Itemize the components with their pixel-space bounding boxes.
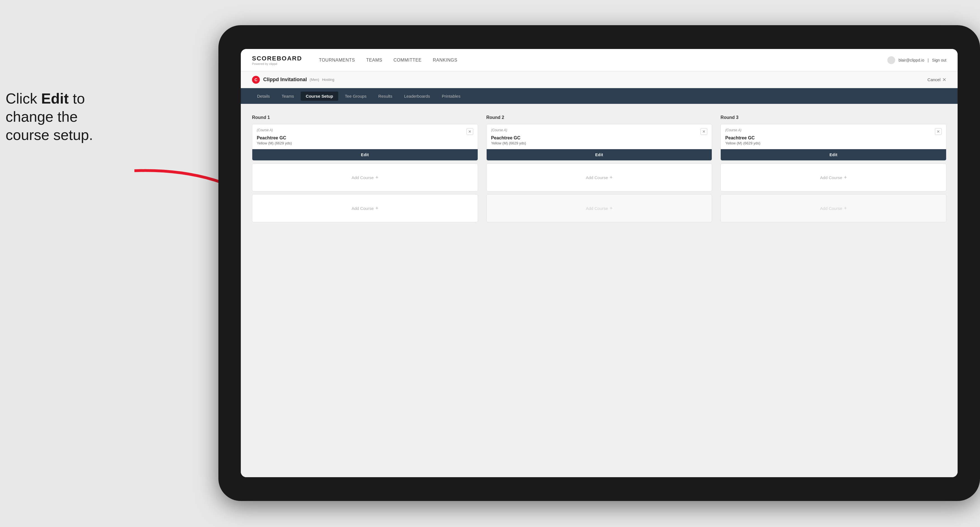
add-course-text-r2-1: Add Course +	[586, 175, 612, 181]
round-3-course-card: (Course A) ✕ Peachtree GC Yellow (M) (66…	[721, 124, 947, 160]
nav-rankings[interactable]: RANKINGS	[433, 57, 458, 64]
tournament-badge: (Men)	[310, 78, 319, 82]
tab-printables[interactable]: Printables	[437, 92, 466, 101]
round-2-column: Round 2 (Course A) ✕ Peachtree GC Yellow…	[486, 115, 712, 225]
logo-area: SCOREBOARD Powered by clippd	[252, 55, 302, 65]
cancel-x-icon: ✕	[942, 77, 947, 83]
plus-icon-r3-2: +	[844, 205, 847, 211]
course-a-label: (Course A)	[257, 128, 273, 132]
tab-results[interactable]: Results	[373, 92, 397, 101]
round-2-course-card: (Course A) ✕ Peachtree GC Yellow (M) (66…	[486, 124, 712, 160]
instruction-bold: Edit	[41, 90, 68, 106]
course-name-r3: Peachtree GC	[725, 135, 942, 141]
plus-icon-2: +	[375, 205, 379, 211]
rounds-grid: Round 1 (Course A) ✕ Peachtree GC Yellow…	[252, 115, 947, 225]
tab-course-setup[interactable]: Course Setup	[301, 92, 338, 101]
tablet-screen: SCOREBOARD Powered by clippd TOURNAMENTS…	[241, 49, 958, 477]
plus-icon-r2-2: +	[609, 205, 612, 211]
course-card-header: (Course A) ✕	[257, 128, 473, 135]
course-details-r3: Yellow (M) (6629 yds)	[725, 141, 942, 145]
course-name: Peachtree GC	[257, 135, 473, 141]
round-2-label: Round 2	[486, 115, 712, 120]
add-course-text-r3-2: Add Course +	[820, 205, 847, 211]
course-name-r2: Peachtree GC	[491, 135, 708, 141]
round-3-column: Round 3 (Course A) ✕ Peachtree GC Yellow…	[721, 115, 947, 225]
tab-leaderboards[interactable]: Leaderboards	[399, 92, 435, 101]
add-course-card-r1-1[interactable]: Add Course +	[252, 163, 478, 191]
course-card-header-r2: (Course A) ✕	[491, 128, 708, 135]
nav-committee[interactable]: COMMITTEE	[393, 57, 422, 64]
add-course-card-r2-2: Add Course +	[486, 194, 712, 222]
instruction-text: Click Edit to change the course setup.	[6, 90, 123, 144]
add-course-card-r1-2[interactable]: Add Course +	[252, 194, 478, 222]
scoreboard-logo: SCOREBOARD	[252, 55, 302, 62]
round-1-column: Round 1 (Course A) ✕ Peachtree GC Yellow…	[252, 115, 478, 225]
plus-icon-r3-1: +	[844, 175, 847, 181]
round-1-label: Round 1	[252, 115, 478, 120]
course-delete-button-r2[interactable]: ✕	[700, 128, 707, 135]
user-email: blair@clippd.io	[899, 58, 924, 62]
course-delete-button[interactable]: ✕	[466, 128, 473, 135]
tablet-frame: SCOREBOARD Powered by clippd TOURNAMENTS…	[218, 25, 980, 501]
plus-icon: +	[375, 175, 379, 181]
instruction-line1: Click	[6, 90, 41, 106]
add-course-card-r3-2: Add Course +	[721, 194, 947, 222]
add-course-text-r3-1: Add Course +	[820, 175, 847, 181]
powered-by: Powered by clippd	[252, 62, 302, 65]
top-navbar: SCOREBOARD Powered by clippd TOURNAMENTS…	[241, 49, 958, 71]
add-course-text-r2-2: Add Course +	[586, 205, 612, 211]
sub-header: C Clippd Invitational (Men) Hosting Canc…	[241, 71, 958, 88]
hosting-label: Hosting	[322, 78, 334, 82]
edit-course-button-r2[interactable]: Edit	[487, 149, 712, 160]
course-details-r2: Yellow (M) (6629 yds)	[491, 141, 708, 145]
course-a-label-r2: (Course A)	[491, 128, 508, 132]
avatar	[887, 56, 895, 64]
add-course-text-2: Add Course +	[352, 205, 378, 211]
edit-course-button-r1[interactable]: Edit	[252, 149, 478, 160]
edit-course-button-r3[interactable]: Edit	[721, 149, 946, 160]
sign-out-link[interactable]: Sign out	[932, 58, 947, 62]
add-course-text: Add Course +	[352, 175, 378, 181]
tab-details[interactable]: Details	[252, 92, 275, 101]
tab-bar: Details Teams Course Setup Tee Groups Re…	[241, 88, 958, 104]
tab-teams[interactable]: Teams	[277, 92, 299, 101]
course-card-header-r3: (Course A) ✕	[725, 128, 942, 135]
nav-teams[interactable]: TEAMS	[366, 57, 382, 64]
add-course-card-r3-1[interactable]: Add Course +	[721, 163, 947, 191]
tab-tee-groups[interactable]: Tee Groups	[340, 92, 372, 101]
course-a-label-r3: (Course A)	[725, 128, 741, 132]
plus-icon-r2-1: +	[609, 175, 612, 181]
nav-links: TOURNAMENTS TEAMS COMMITTEE RANKINGS	[319, 57, 887, 64]
nav-separator: |	[928, 58, 929, 62]
round-1-course-card: (Course A) ✕ Peachtree GC Yellow (M) (66…	[252, 124, 478, 160]
cancel-button[interactable]: Cancel ✕	[928, 77, 947, 83]
nav-tournaments[interactable]: TOURNAMENTS	[319, 57, 355, 64]
course-delete-button-r3[interactable]: ✕	[935, 128, 942, 135]
add-course-card-r2-1[interactable]: Add Course +	[486, 163, 712, 191]
course-details: Yellow (M) (6629 yds)	[257, 141, 473, 145]
clippd-logo: C	[252, 76, 260, 84]
tournament-title: Clippd Invitational	[263, 77, 307, 83]
nav-right: blair@clippd.io | Sign out	[887, 56, 947, 64]
main-content: Round 1 (Course A) ✕ Peachtree GC Yellow…	[241, 104, 958, 477]
round-3-label: Round 3	[721, 115, 947, 120]
